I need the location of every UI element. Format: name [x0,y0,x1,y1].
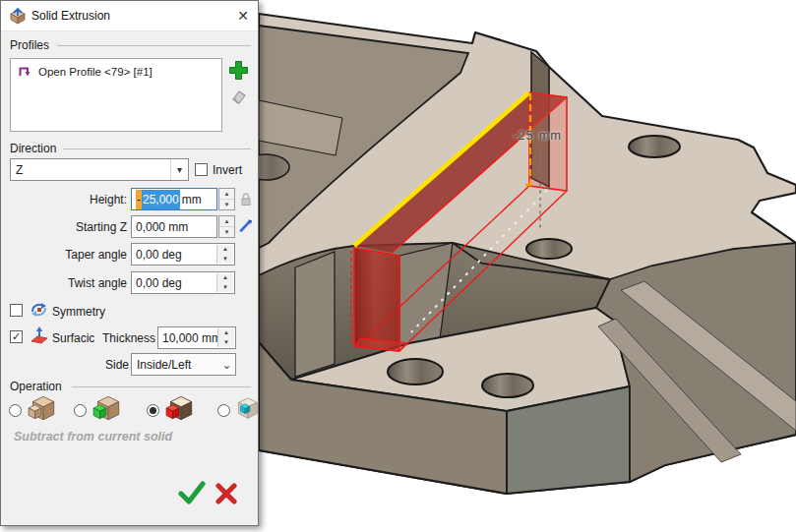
remove-profile-button[interactable] [228,87,249,107]
intersect-with-solid-icon [233,394,261,422]
side-label: Side [105,358,129,372]
height-spinner[interactable]: ▲ ▼ [218,188,235,210]
invert-checkbox[interactable] [195,163,208,176]
eraser-icon [229,88,248,106]
group-divider [63,148,251,149]
thickness-field[interactable]: 10,000 mm ▲ ▼ [157,326,236,349]
list-item[interactable]: Open Profile <79> [#1] [11,59,221,84]
dimension-label: -25 mm [513,128,562,143]
plus-icon [227,59,250,82]
solid-extrusion-dialog: Solid Extrusion ✕ Profiles Open Profile … [0,0,259,526]
open-profile-icon [17,64,31,79]
spin-down-icon[interactable]: ▼ [219,200,234,209]
height-field[interactable]: -25,000mm [131,188,217,210]
spin-up-icon[interactable]: ▲ [217,273,233,283]
lock-icon [239,192,253,207]
taper-angle-label: Taper angle [11,248,127,262]
starting-z-field[interactable]: 0,000 mm [131,215,217,238]
operation-description: Subtract from current solid [14,430,172,443]
twist-angle-field[interactable]: 0,00 deg ▲ ▼ [131,271,235,294]
profiles-list[interactable]: Open Profile <79> [#1] [10,58,222,132]
spin-down-icon[interactable]: ▼ [219,227,234,237]
spin-up-icon[interactable]: ▲ [218,328,234,338]
group-divider [57,45,251,46]
symmetry-icon [30,300,48,319]
operation-radio-intersect[interactable] [217,404,230,417]
side-combobox[interactable]: Inside/Left ⌄ [131,353,236,376]
bolt-hole [388,359,443,384]
starting-z-label: Starting Z [21,220,127,234]
group-divider [72,386,251,387]
direction-combobox[interactable]: Z ▾ [10,158,189,181]
taper-angle-field[interactable]: 0,00 deg ▲ ▼ [131,243,235,266]
close-icon: ✕ [237,8,249,24]
side-value: Inside/Left [132,358,218,372]
checkmark-icon: ✓ [12,330,21,342]
height-label: Height: [40,193,127,207]
operation-radio-new-solid[interactable] [9,404,22,417]
taper-angle-spinner[interactable]: ▲ ▼ [216,245,233,264]
spin-up-icon[interactable]: ▲ [219,189,234,200]
height-unit: mm [180,193,202,207]
profile-item-label: Open Profile <79> [#1] [38,66,153,78]
direction-group-label: Direction [10,142,56,155]
step-wall-face [295,252,335,377]
invert-label: Invert [213,163,242,177]
confirm-icon [181,484,203,502]
combo-arrow-icon[interactable]: ▾ [170,159,188,180]
solid-extrusion-icon [9,7,27,25]
confirm-button[interactable] [178,480,206,505]
symmetry-label: Symmetry [52,305,105,319]
dialog-title: Solid Extrusion [31,9,110,23]
bolt-hole [482,374,533,397]
dialog-titlebar[interactable]: Solid Extrusion ✕ [1,1,258,31]
pick-point-icon[interactable] [239,218,253,232]
surfacic-icon [30,325,49,345]
direction-value: Z [11,163,170,177]
spin-down-icon[interactable]: ▼ [217,255,233,265]
cancel-button[interactable] [214,482,238,505]
height-number: 25,000 [142,190,180,209]
operation-radio-subtract[interactable] [147,404,159,417]
bolt-hole [629,136,680,157]
symmetry-checkbox[interactable] [10,304,23,317]
chevron-down-icon[interactable]: ⌄ [218,354,235,375]
twist-angle-value: 0,00 deg [136,276,182,290]
operation-group-label: Operation [10,380,62,393]
spin-up-icon[interactable]: ▲ [217,245,233,255]
add-profile-button[interactable] [226,58,251,83]
new-solid-icon [27,394,58,422]
starting-z-value: 0,000 mm [136,220,188,234]
profiles-group-label: Profiles [10,38,49,52]
cancel-icon [218,486,234,502]
spin-up-icon[interactable]: ▲ [219,216,234,227]
twist-angle-label: Twist angle [11,276,127,290]
bolt-hole [526,239,572,259]
spin-down-icon[interactable]: ▼ [218,338,234,348]
starting-z-spinner[interactable]: ▲ ▼ [218,215,235,238]
close-button[interactable]: ✕ [230,4,256,28]
spin-down-icon[interactable]: ▼ [217,283,233,293]
add-to-solid-icon [92,394,123,422]
surfacic-label: Surfacic [52,331,94,345]
operation-radio-add[interactable] [74,404,87,417]
taper-angle-value: 0,00 deg [136,248,182,262]
surfacic-checkbox[interactable]: ✓ [10,330,23,343]
twist-angle-spinner[interactable]: ▲ ▼ [216,273,233,292]
thickness-label: Thickness [102,331,155,345]
thickness-value: 10,000 mm [162,331,221,345]
thickness-spinner[interactable]: ▲ ▼ [217,328,234,347]
subtract-from-solid-icon [164,394,196,422]
